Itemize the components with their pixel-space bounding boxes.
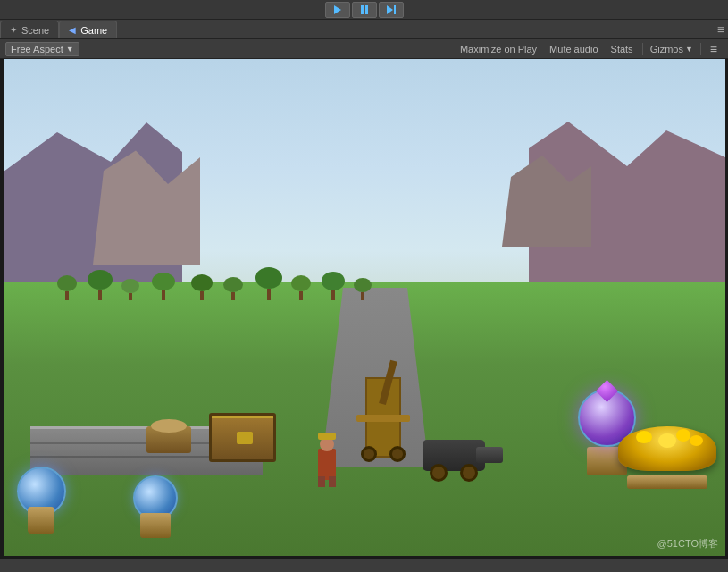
chest-box-left	[209, 413, 280, 467]
tree-10	[354, 278, 372, 300]
header-right-controls: Maximize on Play Mute audio Stats Gizmos…	[455, 42, 723, 56]
tab-scene-label: Scene	[21, 25, 49, 36]
svg-rect-1	[361, 5, 364, 14]
tab-scene[interactable]: ✦ Scene	[0, 21, 59, 38]
tree-7	[255, 267, 282, 300]
tree-9	[322, 272, 345, 300]
tab-bar: ✦ Scene ◀ Game ≡	[0, 20, 728, 39]
tab-spacer	[117, 38, 714, 38]
tree-8	[291, 275, 311, 300]
warrior-character	[314, 426, 340, 480]
game-icon: ◀	[69, 25, 76, 35]
aspect-label: Free Aspect	[11, 44, 63, 55]
step-button[interactable]	[379, 2, 404, 18]
tree-1	[57, 275, 77, 300]
catapult-structure	[352, 359, 414, 458]
svg-marker-3	[387, 5, 393, 14]
game-view-header: Free Aspect ▼ Maximize on Play Mute audi…	[0, 39, 728, 59]
stats-button[interactable]: Stats	[606, 42, 639, 56]
play-controls-toolbar	[0, 0, 728, 20]
tab-game-label: Game	[80, 25, 107, 36]
svg-rect-2	[365, 5, 368, 14]
aspect-arrow-icon: ▼	[66, 45, 74, 54]
tree-2	[88, 270, 113, 300]
pause-button[interactable]	[352, 2, 377, 18]
play-button[interactable]	[325, 2, 350, 18]
tab-menu-icon[interactable]: ≡	[714, 22, 728, 37]
aspect-dropdown[interactable]: Free Aspect ▼	[5, 42, 79, 56]
svg-rect-4	[394, 5, 396, 14]
watermark-text: @51CTO博客	[657, 537, 718, 551]
header-divider	[642, 43, 643, 55]
overflow-menu-button[interactable]: ≡	[705, 42, 723, 56]
tree-5	[191, 274, 213, 300]
tab-game[interactable]: ◀ Game	[59, 21, 117, 38]
cannon-center-right	[423, 440, 485, 471]
gold-pile	[618, 426, 716, 480]
tree-4	[152, 273, 175, 300]
game-viewport: @51CTO博客	[4, 59, 725, 556]
scene-icon: ✦	[10, 25, 17, 35]
maximize-on-play-button[interactable]: Maximize on Play	[455, 42, 542, 56]
tree-3	[121, 279, 139, 300]
svg-marker-0	[334, 5, 341, 14]
mute-audio-button[interactable]: Mute audio	[544, 42, 603, 56]
play-controls-group	[325, 2, 404, 18]
viewport-wrapper: @51CTO博客	[0, 59, 728, 559]
tree-6	[223, 277, 243, 300]
background-trees	[4, 193, 725, 300]
gizmos-button[interactable]: Gizmos ▼	[647, 43, 697, 55]
gizmos-label: Gizmos	[650, 44, 683, 55]
gizmos-arrow-icon: ▼	[685, 45, 693, 54]
header-divider-2	[700, 43, 701, 55]
cannon-structure-left	[146, 426, 200, 471]
